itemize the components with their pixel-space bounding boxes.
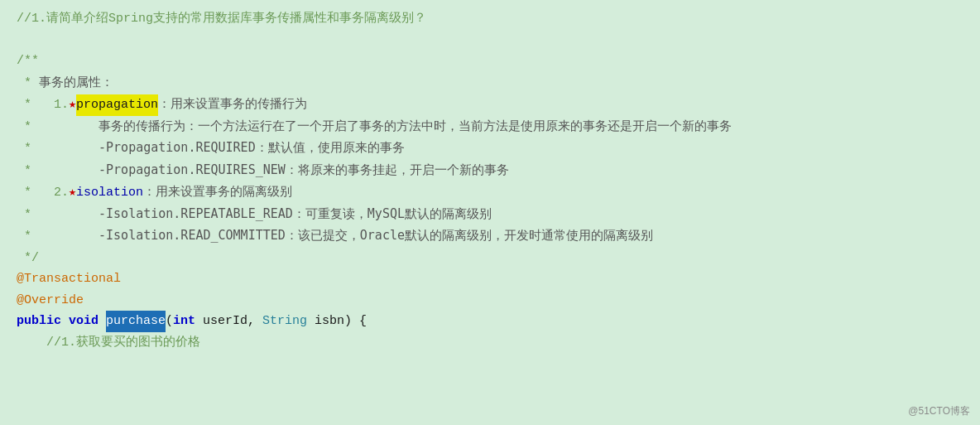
empty-line-1 xyxy=(17,30,963,51)
param-isbn: isbn) { xyxy=(307,311,367,332)
method-signature-line: public void purchase(int userId, String … xyxy=(17,311,963,332)
annotation-override-line: @Override xyxy=(17,290,963,312)
watermark: @51CTO博客 xyxy=(908,404,970,418)
javadoc-line-7: * -Isolation.REPEATABLE_READ：可重复读，MySQL默… xyxy=(17,204,963,226)
line-text-1: 事务的属性： xyxy=(39,72,113,94)
keyword-int: int xyxy=(173,311,195,332)
method-name-highlight: purchase xyxy=(106,311,166,332)
javadoc-asterisk-1: * xyxy=(17,73,39,94)
method-paren-open: ( xyxy=(166,311,173,332)
annotation-transactional: @Transactional xyxy=(17,268,121,290)
javadoc-start: /** xyxy=(17,51,39,72)
javadoc-start-line: /** xyxy=(17,51,963,72)
body-comment-line: //1.获取要买的图书的价格 xyxy=(17,332,963,354)
code-container: //1.请简单介绍Spring支持的常用数据库事务传播属性和事务隔离级别？ /*… xyxy=(0,0,980,425)
requires-new-desc: -Propagation.REQUIRES_NEW：将原来的事务挂起，开启一个新… xyxy=(98,160,509,181)
javadoc-asterisk-6: * 2. xyxy=(17,182,69,204)
read-committed-desc: -Isolation.READ_COMMITTED：该已提交， xyxy=(98,225,360,247)
javadoc-asterisk-2: * 1. xyxy=(17,94,69,116)
indent-spaces xyxy=(17,332,46,354)
type-string: String xyxy=(262,311,307,332)
annotation-transactional-line: @Transactional xyxy=(17,268,963,290)
javadoc-line-2: * 1.★propagation：用来设置事务的传播行为 xyxy=(17,94,963,116)
javadoc-line-6: * 2.★isolation：用来设置事务的隔离级别 xyxy=(17,181,963,204)
star-symbol-2: ★ xyxy=(69,182,76,204)
javadoc-asterisk-8: * xyxy=(17,226,98,248)
javadoc-asterisk-5: * xyxy=(17,161,98,182)
oracle-desc: 默认的隔离级别，开发时通常使用的隔离级别 xyxy=(405,225,653,247)
javadoc-asterisk-4: * xyxy=(17,138,98,160)
javadoc-end-line: */ xyxy=(17,248,963,269)
repeatable-read-desc: -Isolation.REPEATABLE_READ：可重复读，MySQL默认的… xyxy=(98,204,492,225)
oracle-text: Oracle xyxy=(360,225,405,247)
javadoc-asterisk-3: * xyxy=(17,117,98,138)
question-comment: //1.请简单介绍Spring支持的常用数据库事务传播属性和事务隔离级别？ xyxy=(17,8,426,30)
javadoc-end: */ xyxy=(17,248,39,269)
javadoc-asterisk-7: * xyxy=(17,205,98,226)
body-comment: //1.获取要买的图书的价格 xyxy=(46,332,200,354)
keyword-public: public xyxy=(17,311,69,332)
required-desc: -Propagation.REQUIRED：默认值，使用原来的事务 xyxy=(98,138,405,159)
param-userid: userId, xyxy=(195,311,262,332)
javadoc-line-1: * 事务的属性： xyxy=(17,72,963,94)
star-symbol-1: ★ xyxy=(69,94,76,116)
question-line: //1.请简单介绍Spring支持的常用数据库事务传播属性和事务隔离级别？ xyxy=(17,8,963,30)
javadoc-line-3: * 事务的传播行为：一个方法运行在了一个开启了事务的方法中时，当前方法是使用原来… xyxy=(17,116,963,138)
propagation-desc: ：用来设置事务的传播行为 xyxy=(158,94,307,115)
javadoc-line-4: * -Propagation.REQUIRED：默认值，使用原来的事务 xyxy=(17,138,963,160)
isolation-text: isolation xyxy=(76,182,143,204)
javadoc-line-8: * -Isolation.READ_COMMITTED：该已提交，Oracle默… xyxy=(17,225,963,248)
keyword-void: void xyxy=(69,311,106,332)
isolation-desc: ：用来设置事务的隔离级别 xyxy=(143,181,292,203)
propagation-detail: 事务的传播行为：一个方法运行在了一个开启了事务的方法中时，当前方法是使用原来的事… xyxy=(98,116,732,138)
javadoc-line-5: * -Propagation.REQUIRES_NEW：将原来的事务挂起，开启一… xyxy=(17,160,963,182)
annotation-override: @Override xyxy=(17,290,84,312)
propagation-highlight: propagation xyxy=(76,94,158,116)
